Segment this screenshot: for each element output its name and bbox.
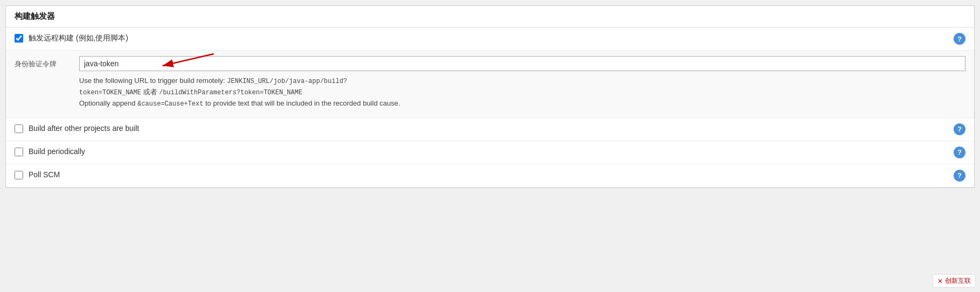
svg-line-1 — [163, 54, 214, 66]
after-other-row: Build after other projects are built ? — [6, 118, 974, 141]
help-line2b: to provide text that will be included in… — [205, 99, 400, 107]
remote-trigger-expanded: 身份验证令牌 Use the following URL t — [6, 51, 974, 118]
token-label: 身份验证令牌 — [15, 56, 79, 69]
poll-scm-label: Poll SCM — [29, 170, 60, 180]
section-title: 构建触发器 — [6, 6, 974, 27]
token-part: token=TOKEN_NAME — [79, 89, 141, 96]
build-triggers-section: 构建触发器 触发远程构建 (例如,使用脚本) ? 身份验证令牌 — [5, 5, 975, 188]
periodically-checkbox[interactable] — [15, 148, 23, 156]
remote-trigger-checkbox[interactable] — [15, 34, 23, 43]
remote-trigger-row: 触发远程构建 (例如,使用脚本) ? — [6, 27, 974, 51]
watermark: ✕ 创新互联 — [933, 274, 976, 288]
poll-scm-checkbox[interactable] — [15, 171, 23, 179]
token-input-area: Use the following URL to trigger build r… — [79, 56, 965, 110]
cause-part: &cause=Cause+Text — [137, 100, 203, 108]
after-other-checkbox-area: Build after other projects are built — [15, 123, 947, 134]
after-other-label: Build after other projects are built — [29, 123, 139, 134]
with-params: /buildWithParameters?token=TOKEN_NAME — [159, 89, 302, 96]
remote-trigger-checkbox-area: 触发远程构建 (例如,使用脚本) — [15, 33, 947, 44]
periodically-checkbox-area: Build periodically — [15, 147, 947, 157]
periodically-label: Build periodically — [29, 147, 85, 157]
token-help-text: Use the following URL to trigger build r… — [79, 75, 965, 110]
watermark-text: 创新互联 — [945, 276, 971, 286]
watermark-icon: ✕ — [937, 277, 943, 285]
poll-scm-help-icon[interactable]: ? — [954, 170, 965, 182]
poll-scm-checkbox-area: Poll SCM — [15, 170, 947, 180]
periodically-row: Build periodically ? — [6, 141, 974, 164]
after-other-help-icon[interactable]: ? — [954, 123, 965, 135]
periodically-help-icon[interactable]: ? — [954, 147, 965, 158]
remote-trigger-label: 触发远程构建 (例如,使用脚本) — [29, 33, 128, 44]
red-arrow-svg — [154, 50, 219, 71]
help-line2: Optionally append — [79, 99, 136, 107]
help-line1: Use the following URL to trigger build r… — [79, 77, 225, 85]
arrow-indicator — [154, 50, 219, 73]
or-text: 或者 — [143, 88, 157, 96]
token-row: 身份验证令牌 Use the following URL t — [15, 56, 965, 110]
url-part: JENKINS_URL/job/java-app/build? — [227, 78, 347, 85]
after-other-checkbox[interactable] — [15, 124, 23, 133]
remote-trigger-help-icon[interactable]: ? — [954, 33, 965, 45]
poll-scm-row: Poll SCM ? — [6, 164, 974, 187]
